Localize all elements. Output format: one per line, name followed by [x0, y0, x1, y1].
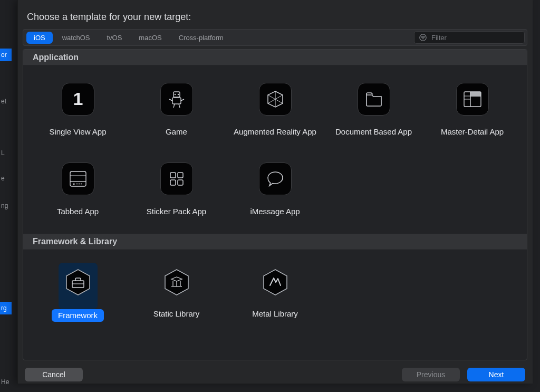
previous-button[interactable]: Previous — [402, 368, 460, 381]
svg-text:★: ★ — [72, 182, 75, 186]
filter-icon — [419, 33, 427, 42]
hex-metal-icon — [260, 267, 291, 298]
wirecube-icon — [259, 83, 292, 116]
template-label: Static Library — [153, 309, 200, 319]
four-squares-icon — [160, 162, 193, 195]
template-single-view[interactable]: 1Single View App — [28, 75, 127, 140]
template-master[interactable]: Master-Detail App — [423, 75, 522, 140]
svg-line-11 — [173, 104, 175, 108]
svg-rect-31 — [170, 180, 176, 185]
cancel-button[interactable]: Cancel — [25, 368, 83, 381]
template-label: Document Based App — [335, 127, 412, 137]
platform-toolbar: iOSwatchOStvOSmacOSCross-platform — [23, 29, 527, 46]
svg-line-12 — [179, 104, 180, 108]
template-imessage[interactable]: iMessage App — [226, 155, 324, 220]
filter-input[interactable] — [430, 33, 521, 42]
template-label: Framework — [52, 309, 104, 322]
svg-line-9 — [169, 99, 172, 101]
svg-line-10 — [181, 99, 184, 101]
svg-rect-8 — [172, 98, 181, 104]
svg-rect-32 — [178, 180, 183, 185]
template-label: Game — [166, 127, 187, 137]
template-doc[interactable]: Document Based App — [324, 75, 423, 140]
template-label: Master-Detail App — [441, 127, 504, 137]
template-label: Augmented Reality App — [234, 127, 316, 137]
hex-columns-icon — [161, 267, 192, 298]
next-button[interactable]: Next — [467, 368, 525, 381]
sheet-footer: Cancel Previous Next — [17, 360, 533, 384]
sheet-title: Choose a template for your new target: — [17, 0, 533, 29]
template-label: Single View App — [49, 127, 106, 137]
master-detail-icon — [456, 83, 489, 116]
svg-point-28 — [80, 183, 81, 184]
section-header-framework: Framework & Library — [23, 234, 527, 250]
new-target-sheet: Choose a template for your new target: i… — [17, 0, 533, 384]
template-label: iMessage App — [250, 207, 300, 217]
platform-tab-mac[interactable]: macOS — [131, 32, 169, 44]
svg-point-6 — [174, 94, 176, 95]
template-label: Sticker Pack App — [147, 207, 206, 217]
folder-icon — [358, 83, 390, 116]
filter-field[interactable] — [414, 31, 525, 44]
template-metal[interactable]: Metal Library — [226, 260, 324, 326]
svg-marker-33 — [66, 270, 90, 295]
platform-tab-ios[interactable]: iOS — [26, 32, 53, 44]
hex-toolbox-icon — [63, 267, 93, 298]
template-tabbed[interactable]: ★Tabbed App — [28, 155, 127, 220]
svg-point-27 — [78, 183, 79, 184]
svg-point-7 — [177, 94, 179, 95]
platform-tabs: iOSwatchOStvOSmacOSCross-platform — [25, 31, 232, 45]
template-sticker[interactable]: Sticker Pack App — [127, 155, 226, 220]
platform-tab-watch[interactable]: watchOS — [55, 32, 98, 44]
platform-tab-cross[interactable]: Cross-platform — [171, 32, 231, 44]
speech-bubble-icon — [259, 162, 292, 195]
tabbar-icon: ★ — [62, 162, 94, 195]
background-editor-rows: oretLengrgHe — [0, 0, 12, 392]
svg-point-26 — [76, 183, 77, 184]
svg-rect-30 — [178, 173, 183, 178]
template-static[interactable]: Static Library — [127, 260, 226, 326]
robot-icon — [160, 83, 193, 116]
section-body-framework: FrameworkStatic LibraryMetal Library — [23, 250, 527, 339]
template-grid: Application1Single View AppGameAugmented… — [23, 49, 527, 360]
template-framework[interactable]: Framework — [28, 260, 127, 326]
template-label: Metal Library — [252, 309, 298, 319]
platform-tab-tv[interactable]: tvOS — [99, 32, 129, 44]
digit-one-icon: 1 — [62, 83, 94, 116]
template-game[interactable]: Game — [127, 75, 226, 140]
section-body-application: 1Single View AppGameAugmented Reality Ap… — [23, 66, 527, 234]
template-label: Tabbed App — [57, 207, 99, 217]
svg-rect-19 — [470, 92, 481, 97]
svg-rect-29 — [170, 173, 176, 178]
svg-text:1: 1 — [73, 89, 83, 109]
template-ar[interactable]: Augmented Reality App — [226, 75, 324, 140]
section-header-application: Application — [23, 50, 527, 66]
